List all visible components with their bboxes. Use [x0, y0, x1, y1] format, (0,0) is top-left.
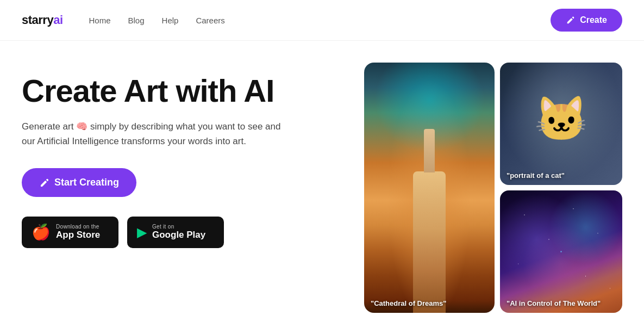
main-nav: Home Blog Help Careers [89, 16, 551, 25]
nav-item-blog[interactable]: Blog [128, 16, 145, 25]
art-card-space[interactable]: "AI in Control of The World" [500, 190, 622, 313]
appstore-line2: App Store [56, 230, 100, 240]
art-label-space: "AI in Control of The World" [507, 299, 616, 307]
store-buttons-container: 🍎 Download on the App Store ▶ Get it on … [22, 217, 326, 248]
pencil-icon [566, 15, 576, 25]
tower-shape [413, 171, 446, 313]
cathedral-detail [364, 63, 495, 313]
art-grid: "Cathedral of Dreams" "portrait of a cat… [364, 63, 622, 313]
hero-section: Create Art with AI Generate art 🧠 simply… [22, 63, 326, 248]
googleplay-button[interactable]: ▶ Get it on Google Play [127, 217, 224, 248]
apple-icon: 🍎 [32, 225, 51, 240]
appstore-text: Download on the App Store [56, 224, 100, 240]
site-logo[interactable]: starryai [22, 13, 63, 27]
googleplay-line2: Google Play [152, 230, 205, 240]
art-label-cathedral: "Cathedral of Dreams" [371, 299, 488, 307]
logo-text-ai: ai [53, 13, 62, 27]
appstore-line1: Download on the [56, 224, 100, 230]
nav-item-help[interactable]: Help [162, 16, 179, 25]
googleplay-text: Get it on Google Play [152, 224, 205, 240]
logo-text-starry: starry [22, 13, 53, 27]
nav-item-home[interactable]: Home [89, 16, 111, 25]
header-create-button[interactable]: Create [551, 9, 622, 32]
appstore-button[interactable]: 🍎 Download on the App Store [22, 217, 118, 248]
art-label-cat: "portrait of a cat" [507, 171, 616, 180]
google-play-icon: ▶ [137, 226, 147, 239]
art-card-cat[interactable]: "portrait of a cat" [500, 63, 622, 185]
tower-top [424, 129, 435, 172]
nav-item-careers[interactable]: Careers [196, 16, 224, 25]
hero-subtitle: Generate art 🧠 simply by describing what… [22, 119, 283, 149]
start-creating-button[interactable]: Start Creating [22, 168, 136, 197]
stars-overlay [500, 190, 622, 313]
art-card-cathedral[interactable]: "Cathedral of Dreams" [364, 63, 495, 313]
main-content: Create Art with AI Generate art 🧠 simply… [0, 41, 644, 321]
googleplay-line1: Get it on [152, 224, 205, 230]
start-creating-label: Start Creating [54, 177, 119, 188]
create-button-label: Create [580, 15, 607, 25]
hero-title: Create Art with AI [22, 73, 326, 108]
pencil-icon-cta [39, 177, 50, 188]
site-header: starryai Home Blog Help Careers Create [0, 0, 644, 41]
